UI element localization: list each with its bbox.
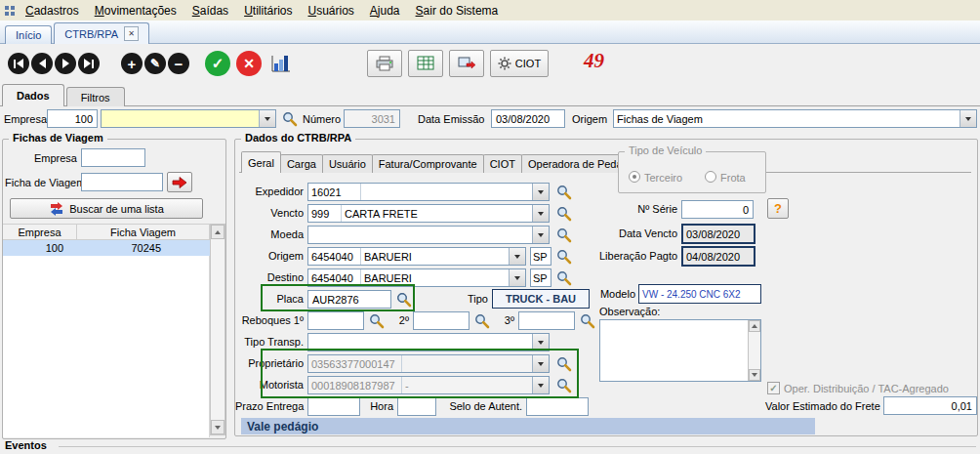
menu-item-ajuda[interactable]: Ajuda xyxy=(362,1,408,21)
last-record-button[interactable] xyxy=(78,53,100,74)
empresa-combo[interactable] xyxy=(101,109,276,128)
placa-input[interactable]: AUR2876 xyxy=(307,290,391,309)
reboque1-input[interactable] xyxy=(307,311,364,330)
valor-estimado-input[interactable]: 0,01 xyxy=(883,396,977,415)
proprietario-search-icon[interactable] xyxy=(555,355,572,372)
reboque1-search-icon[interactable] xyxy=(368,312,385,329)
motorista-combo[interactable]: 00018908187987 - xyxy=(307,376,550,394)
chevron-down-icon[interactable] xyxy=(532,355,549,372)
tipo-transp-combo[interactable] xyxy=(307,333,550,351)
expedidor-combo[interactable]: 16021 xyxy=(307,183,550,201)
tab-close-icon[interactable] xyxy=(124,26,139,41)
edit-record-button[interactable] xyxy=(144,53,166,74)
tab-usuario[interactable]: Usuário xyxy=(322,154,373,173)
tab-ctrb-rpa[interactable]: CTRB/RPA xyxy=(54,22,149,44)
chevron-down-icon[interactable] xyxy=(509,248,525,265)
origem-uf-input[interactable]: SP xyxy=(530,247,551,266)
data-emissao-label: Data Emissão xyxy=(418,113,484,126)
arrow-down-icon[interactable] xyxy=(211,420,225,434)
origem-combo[interactable]: 6454040 BARUERI xyxy=(307,247,526,266)
delete-record-button[interactable] xyxy=(168,53,189,74)
vencto-combo[interactable]: 999 CARTA FRETE xyxy=(307,204,550,223)
motorista-search-icon[interactable] xyxy=(555,377,572,393)
data-vencto-field[interactable]: 03/08/2020 xyxy=(681,224,755,244)
hora-input[interactable] xyxy=(397,397,436,416)
fichas-ficha-input[interactable] xyxy=(81,173,163,191)
grid-header-empresa[interactable]: Empresa xyxy=(3,224,77,240)
grid-row-selected[interactable]: 100 70245 xyxy=(3,240,210,256)
tab-ciot[interactable]: CIOT xyxy=(483,154,522,173)
tab-dados[interactable]: Dados xyxy=(2,84,64,106)
tab-filtros[interactable]: Filtros xyxy=(66,87,125,106)
chevron-down-icon[interactable] xyxy=(509,269,525,286)
chart-button[interactable] xyxy=(269,52,293,75)
grid-header-ficha[interactable]: Ficha Viagem xyxy=(77,224,210,240)
reboque3-search-icon[interactable] xyxy=(579,312,595,329)
fichas-grid-scrollbar[interactable] xyxy=(210,224,225,435)
menu-item-cadastros[interactable]: Cadastros xyxy=(18,1,87,21)
proprietario-combo[interactable]: 03563377000147 xyxy=(307,354,550,373)
tab-geral[interactable]: Geral xyxy=(241,151,281,173)
expedidor-search-icon[interactable] xyxy=(555,184,572,200)
cancel-button[interactable] xyxy=(236,51,262,76)
arrow-up-icon[interactable] xyxy=(211,225,225,239)
empresa-input[interactable]: 100 xyxy=(47,109,98,128)
selo-autent-input[interactable] xyxy=(526,397,589,416)
menu-item-saidas[interactable]: Saídas xyxy=(184,1,236,21)
add-record-button[interactable] xyxy=(121,53,143,74)
destino-uf-input[interactable]: SP xyxy=(530,268,551,287)
menu-item-movimentacoes[interactable]: Movimentações xyxy=(87,1,184,21)
chevron-down-icon[interactable] xyxy=(532,334,549,351)
ciot-button[interactable]: CIOT xyxy=(490,50,549,77)
chevron-down-icon[interactable] xyxy=(532,184,549,200)
origem-doc-select[interactable]: Fichas de Viagem xyxy=(613,109,977,128)
first-record-button[interactable] xyxy=(8,53,29,74)
tab-fatura-comprovante[interactable]: Fatura/Comprovante xyxy=(372,154,484,173)
chevron-down-icon[interactable] xyxy=(532,205,549,222)
tab-inicio[interactable]: Início xyxy=(5,25,52,44)
data-emissao-input[interactable]: 03/08/2020 xyxy=(491,109,565,128)
ficha-go-button[interactable] xyxy=(167,172,192,192)
empresa-search-icon[interactable] xyxy=(281,110,298,127)
buscar-lista-button[interactable]: Buscar de uma lista xyxy=(10,198,203,219)
chevron-down-icon[interactable] xyxy=(532,227,549,243)
destino-search-icon[interactable] xyxy=(555,269,572,286)
transfer-button[interactable] xyxy=(449,50,484,77)
fichas-empresa-input[interactable] xyxy=(81,148,145,167)
confirm-button[interactable] xyxy=(205,51,230,76)
export-button[interactable] xyxy=(408,50,443,77)
previous-record-button[interactable] xyxy=(31,53,53,74)
magnifier-icon xyxy=(555,377,572,393)
reboque2-search-icon[interactable] xyxy=(473,312,490,329)
tab-filtros-label: Filtros xyxy=(81,92,110,103)
modelo-field[interactable]: VW - 24.250 CNC 6X2 xyxy=(638,284,761,304)
observacao-scrollbar[interactable] xyxy=(748,320,760,381)
menu-item-sair-do-sistema[interactable]: Sair do Sistema xyxy=(408,1,507,21)
moeda-combo[interactable] xyxy=(307,226,550,244)
arrow-up-icon[interactable] xyxy=(749,320,760,332)
menu-item-utilitarios[interactable]: Utilitários xyxy=(236,1,300,21)
moeda-search-icon[interactable] xyxy=(555,227,572,243)
reboque3-input[interactable] xyxy=(518,311,575,330)
origem-search-icon[interactable] xyxy=(555,248,572,265)
serie-input[interactable]: 0 xyxy=(681,200,754,219)
liberacao-pagto-field[interactable]: 04/08/2020 xyxy=(681,246,755,267)
print-button[interactable] xyxy=(367,50,402,77)
menu-item-usuarios[interactable]: Usuários xyxy=(300,1,361,21)
numero-input[interactable]: 3031 xyxy=(344,109,400,128)
chevron-down-icon[interactable] xyxy=(259,110,275,127)
arrow-down-icon[interactable] xyxy=(749,369,760,381)
numero-value: 3031 xyxy=(372,113,395,125)
chevron-down-icon[interactable] xyxy=(960,110,976,127)
reboque2-input[interactable] xyxy=(413,311,470,330)
destino-combo[interactable]: 6454040 BARUERI xyxy=(307,268,526,287)
next-record-button[interactable] xyxy=(55,53,76,74)
origem-code: 6454040 xyxy=(308,248,361,265)
prazo-entrega-input[interactable] xyxy=(307,397,360,416)
help-button[interactable]: ? xyxy=(767,198,789,219)
observacao-textarea[interactable] xyxy=(599,319,761,382)
chevron-down-icon[interactable] xyxy=(532,377,549,393)
placa-search-icon[interactable] xyxy=(395,291,412,308)
tab-carga[interactable]: Carga xyxy=(280,154,323,173)
vencto-search-icon[interactable] xyxy=(555,205,572,222)
